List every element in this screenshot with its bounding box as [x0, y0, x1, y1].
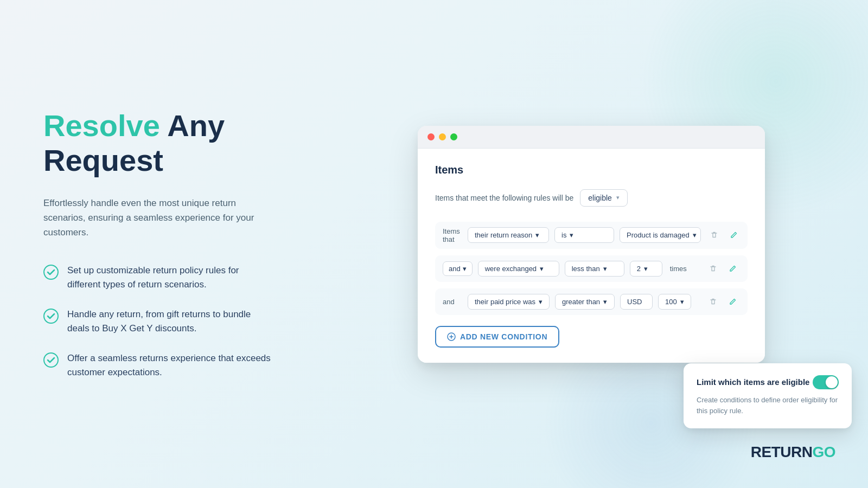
chevron-down-icon: ▾ [680, 298, 684, 306]
action-icons-2 [705, 261, 740, 276]
field-value-3: their paid price was [475, 298, 535, 306]
field-dropdown-2[interactable]: were exchanged ▾ [478, 261, 559, 277]
check-circle-icon [43, 309, 59, 324]
feature-text-2: Handle any return, from gift returns to … [67, 307, 271, 336]
feature-text-3: Offer a seamless returns experience that… [67, 351, 271, 380]
edit-condition-button[interactable] [725, 294, 740, 309]
eligible-dropdown[interactable]: eligible ▾ [580, 189, 628, 207]
add-condition-button[interactable]: ADD NEW CONDITION [435, 326, 559, 348]
chevron-down-icon: ▾ [539, 298, 542, 306]
info-card-header: Limit which items are eligible [697, 375, 839, 389]
check-circle-icon [43, 352, 59, 368]
right-panel: Items Items that meet the following rule… [315, 0, 868, 488]
window-maximize-dot[interactable] [450, 133, 457, 140]
suffix-text-2: times [668, 265, 689, 273]
chevron-down-icon: ▾ [570, 231, 573, 239]
field-value-2: were exchanged [485, 265, 537, 273]
operator-value-1: is [561, 231, 566, 239]
feature-item: Handle any return, from gift returns to … [43, 307, 271, 336]
operator-dropdown-3[interactable]: greater than ▾ [555, 294, 615, 310]
headline-highlight: Resolve [43, 108, 160, 143]
connector-value-2: and [449, 265, 461, 273]
edit-condition-button[interactable] [726, 228, 741, 243]
left-panel: Resolve AnyRequest Effortlessly handle e… [0, 76, 315, 412]
operator-value-3: greater than [562, 298, 600, 306]
connector-label-1: Items that [443, 227, 462, 243]
browser-titlebar [418, 126, 765, 149]
feature-item: Offer a seamless returns experience that… [43, 351, 271, 380]
eligibility-label: Items that meet the following rules will… [435, 194, 573, 202]
chevron-down-icon: ▾ [463, 265, 467, 273]
action-icons-1 [706, 228, 741, 243]
check-circle-icon [43, 265, 59, 280]
operator-dropdown-2[interactable]: less than ▾ [565, 261, 624, 277]
features-list: Set up customizable return policy rules … [43, 264, 271, 380]
field-dropdown-1[interactable]: their return reason ▾ [468, 227, 549, 243]
chevron-down-icon: ▾ [540, 265, 544, 273]
plus-circle-icon [447, 332, 456, 341]
value-dropdown-3[interactable]: 100 ▾ [658, 294, 691, 310]
svg-point-1 [44, 309, 58, 323]
chevron-down-icon: ▾ [616, 194, 620, 201]
window-minimize-dot[interactable] [439, 133, 446, 140]
logo: RETURNGO [751, 444, 835, 461]
chevron-down-icon: ▾ [644, 265, 648, 273]
eligible-value: eligible [588, 194, 612, 202]
field-dropdown-3[interactable]: their paid price was ▾ [468, 294, 550, 310]
info-card: Limit which items are eligible Create co… [684, 363, 852, 428]
edit-condition-button[interactable] [725, 261, 740, 276]
operator-value-2: less than [572, 265, 600, 273]
value-text-1: Product is damaged [627, 231, 690, 239]
feature-text-1: Set up customizable return policy rules … [67, 264, 271, 292]
operator-dropdown-1[interactable]: is ▾ [554, 227, 614, 243]
delete-condition-button[interactable] [706, 228, 722, 243]
value-text-2: 2 [637, 265, 641, 273]
chevron-down-icon: ▾ [535, 231, 539, 239]
feature-item: Set up customizable return policy rules … [43, 264, 271, 292]
connector-label-3: and [443, 298, 462, 306]
browser-content: Items Items that meet the following rule… [418, 149, 765, 363]
svg-point-0 [44, 265, 58, 279]
toggle-knob [826, 376, 838, 388]
items-title: Items [435, 164, 748, 176]
info-card-body: Create conditions to define order eligib… [697, 395, 839, 416]
logo-accent: GO [812, 444, 835, 460]
value-text-3: 100 [665, 298, 677, 306]
eligibility-row: Items that meet the following rules will… [435, 189, 748, 207]
conditions-list: Items that their return reason ▾ is ▾ Pr… [435, 222, 748, 315]
headline: Resolve AnyRequest [43, 108, 271, 178]
chevron-down-icon: ▾ [603, 265, 607, 273]
field-value-1: their return reason [475, 231, 532, 239]
browser-window: Items Items that meet the following rule… [418, 126, 765, 363]
value-dropdown-1[interactable]: Product is damaged ▾ [620, 227, 701, 243]
chevron-down-icon: ▾ [603, 298, 607, 306]
value-dropdown-2[interactable]: 2 ▾ [630, 261, 662, 277]
info-card-title: Limit which items are eligible [697, 377, 809, 387]
condition-row-1: Items that their return reason ▾ is ▾ Pr… [435, 222, 748, 249]
window-close-dot[interactable] [427, 133, 435, 140]
condition-row-2: and ▾ were exchanged ▾ less than ▾ 2 ▾ [435, 255, 748, 282]
svg-point-2 [44, 353, 58, 367]
and-connector-2[interactable]: and ▾ [443, 261, 473, 276]
condition-row-3: and their paid price was ▾ greater than … [435, 288, 748, 315]
toggle-switch[interactable] [813, 375, 839, 389]
logo-dark: RETURN [751, 444, 813, 460]
currency-dropdown-3[interactable]: USD [620, 294, 653, 310]
currency-value-3: USD [627, 298, 642, 306]
action-icons-3 [705, 294, 740, 309]
add-condition-label: ADD NEW CONDITION [460, 332, 547, 341]
delete-condition-button[interactable] [705, 261, 720, 276]
subtitle: Effortlessly handle even the most unique… [43, 196, 271, 240]
delete-condition-button[interactable] [705, 294, 720, 309]
chevron-down-icon: ▾ [693, 231, 697, 239]
